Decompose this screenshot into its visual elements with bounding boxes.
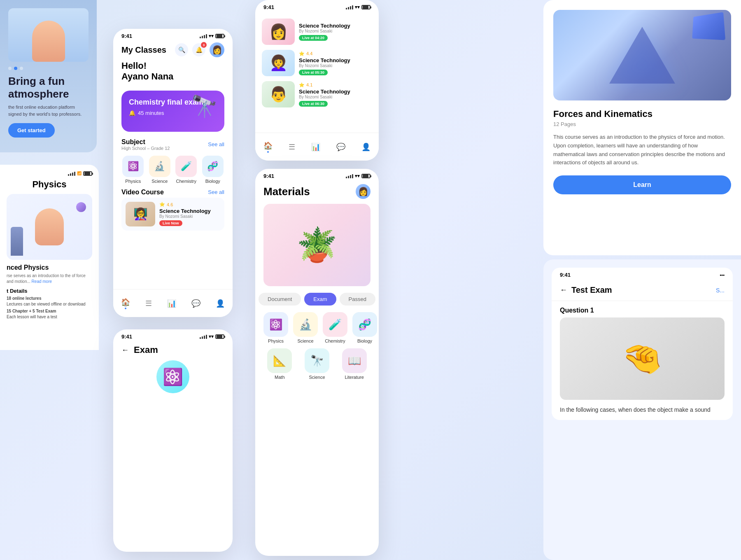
nav-home-vl[interactable]: 🏠	[263, 141, 273, 153]
read-more-link[interactable]: Read more	[32, 279, 52, 284]
course-name: Science Technology	[159, 208, 220, 214]
hand-illustration: 🤏	[622, 339, 663, 378]
greeting-name: Ayano Nana	[121, 71, 173, 82]
exam-header: ← Exam	[113, 341, 233, 360]
more-icon: •••	[720, 273, 725, 278]
profile-icon: 👤	[216, 299, 225, 308]
mat-science-label: Science	[297, 338, 313, 343]
subject-biology[interactable]: 🧬 Biology	[201, 156, 225, 184]
time-myclasses: 9:41	[121, 33, 132, 39]
avatar-myclasses: 👩	[210, 42, 224, 57]
time-materials: 9:41	[263, 173, 274, 179]
materials-content: 🪴 Document Exam Passed ⚛️ Physics 🔬 Scie…	[255, 204, 379, 380]
forces-title: Forces and Kinematics	[553, 109, 731, 119]
search-button[interactable]: 🔍	[175, 43, 188, 56]
signal-bars-vl	[346, 5, 353, 9]
status-bar-exam: 9:41 ▾▾	[113, 329, 233, 341]
video-see-all[interactable]: See all	[208, 189, 224, 195]
mat-literature[interactable]: 📖 Literature	[338, 348, 370, 380]
mat-chemistry[interactable]: 🧪 Chemistry	[323, 312, 347, 343]
detail-item-1: 18 online lectures Lectures can be viewe…	[7, 296, 92, 307]
nav-home[interactable]: 🏠	[121, 298, 130, 309]
rating-value: 4.6	[167, 202, 173, 207]
nav-profile-vl[interactable]: 👤	[361, 142, 370, 152]
nav-chart-vl[interactable]: 📊	[311, 142, 320, 152]
tab-passed[interactable]: Passed	[340, 293, 375, 306]
bottom-nav-videolist: 🏠 ☰ 📊 💬 👤	[255, 133, 379, 161]
video-list-item-1[interactable]: 👩 Science Technology By Nozomi Sasaki Li…	[262, 19, 372, 45]
course-by-3: By Nozomi Sasaki	[299, 95, 372, 99]
subject-see-all[interactable]: See all	[208, 141, 224, 147]
videolist-content: 👩 Science Technology By Nozomi Sasaki Li…	[255, 12, 379, 119]
course-thumbnail: 👩‍🏫	[126, 202, 155, 226]
subject-science[interactable]: 🔬 Science	[148, 156, 172, 184]
wifi-icon-m: ▾▾	[355, 173, 360, 179]
mat-physics[interactable]: ⚛️ Physics	[263, 312, 288, 343]
mat-math-label: Math	[275, 375, 284, 380]
mat-chemistry-icon: 🧪	[323, 312, 347, 337]
chat-icon: 💬	[191, 299, 200, 308]
bottom-nav-myclasses: 🏠 ☰ 📊 💬 👤	[113, 289, 233, 317]
course-desc: rse serves as an introduction to the of …	[7, 273, 92, 285]
video-list-item-2[interactable]: 👩‍🦱 ⭐ 4.4 Science Technology By Nozomi S…	[262, 50, 372, 76]
subject-section-title: Subject	[121, 138, 170, 146]
plant-illustration: 🪴	[263, 204, 370, 286]
video-list-item-3[interactable]: 👨 ⭐ 4.1 Science Technology By Nozomi Sas…	[262, 81, 372, 107]
mat-science2[interactable]: 🔭 Science	[301, 348, 333, 380]
nav-profile[interactable]: 👤	[216, 299, 225, 308]
course-info: ⭐ 4.6 Science Technology By Nozomi Sasak…	[159, 202, 220, 226]
mat-literature-icon: 📖	[342, 348, 367, 373]
status-icons-myclasses: ▾▾	[200, 33, 224, 39]
nav-list-vl[interactable]: ☰	[289, 142, 295, 152]
status-bar-materials: 9:41 ▾▾	[255, 169, 379, 181]
greeting-line1: Hello!	[121, 61, 147, 71]
physics-icon-wrap: ⚛️	[122, 156, 144, 177]
physics-panel: 📶 Physics nced Physics rse serves as an …	[0, 165, 99, 350]
live-badge-1: Live at 04:20	[299, 35, 328, 41]
forces-pages: 12 Pages	[553, 121, 731, 127]
notification-button[interactable]: 🔔 3	[192, 43, 205, 56]
status-icons-exam: ▾▾	[200, 334, 224, 339]
nav-chat-vl[interactable]: 💬	[336, 142, 345, 152]
mat-science[interactable]: 🔬 Science	[293, 312, 318, 343]
microscope-icon: 🔭	[191, 94, 218, 119]
exam-banner[interactable]: Chemistry final exams 🔔 45 minutes 🔭	[121, 91, 224, 132]
back-button[interactable]: ←	[121, 346, 129, 355]
detail-item-2: 15 Chapter + 5 Test Exam Each lesson wil…	[7, 308, 92, 320]
materials-tabs: Document Exam Passed	[263, 293, 370, 306]
testexam-save[interactable]: S...	[716, 287, 725, 294]
course-by: By Nozomi Sasaki	[159, 214, 220, 219]
subject-physics[interactable]: ⚛️ Physics	[121, 156, 145, 184]
learn-button[interactable]: Learn	[553, 175, 731, 194]
science-icon-wrap: 🔬	[149, 156, 170, 177]
course-info-2: ⭐ 4.4 Science Technology By Nozomi Sasak…	[299, 51, 372, 75]
mat-chemistry-label: Chemistry	[325, 338, 345, 343]
question-text: In the following cases, when does the ob…	[552, 406, 733, 420]
nav-chart[interactable]: 📊	[167, 299, 176, 308]
subject-chemistry[interactable]: 🧪 Chemistry	[175, 156, 198, 184]
thumb-3: 👨	[262, 81, 295, 107]
tab-exam[interactable]: Exam	[304, 293, 336, 306]
tab-document[interactable]: Document	[259, 293, 301, 306]
forces-panel: Forces and Kinematics 12 Pages This cour…	[543, 0, 741, 255]
time-exam: 9:41	[121, 334, 132, 340]
timer-text: 45 minutes	[138, 110, 164, 116]
wifi-icon-e: ▾▾	[209, 334, 214, 339]
status-bar-physics: 📶	[7, 171, 92, 176]
thumb-2: 👩‍🦱	[262, 50, 295, 76]
avatar-materials: 👩	[356, 184, 370, 199]
battery-icon	[83, 171, 92, 176]
exam-content: ⚛️	[113, 360, 233, 393]
get-started-button[interactable]: Get started	[8, 123, 55, 138]
materials-header: Materials 👩	[255, 181, 379, 204]
battery-icon-m	[361, 174, 370, 178]
mat-biology-icon: 🧬	[352, 312, 377, 337]
battery-icon-e	[215, 334, 224, 339]
mat-math[interactable]: 📐 Math	[263, 348, 296, 380]
testexam-back-button[interactable]: ←	[560, 286, 567, 294]
nav-chat[interactable]: 💬	[191, 299, 200, 308]
mat-biology[interactable]: 🧬 Biology	[352, 312, 377, 343]
video-course-item[interactable]: 👩‍🏫 ⭐ 4.6 Science Technology By Nozomi S…	[121, 198, 224, 231]
signal-bars-m	[346, 174, 353, 178]
nav-list[interactable]: ☰	[145, 299, 152, 308]
